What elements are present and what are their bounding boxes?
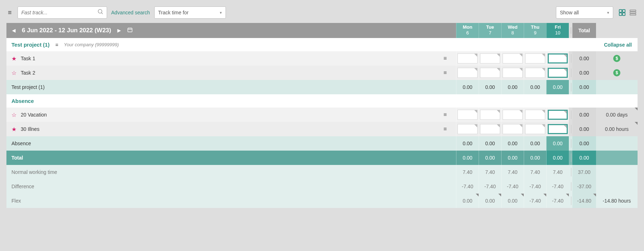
row-total: 37.00 <box>572 165 596 179</box>
day-col-thu[interactable]: Thu9 <box>524 23 546 38</box>
row-menu-icon[interactable]: ≡ <box>444 70 451 76</box>
svg-rect-8 <box>630 14 636 15</box>
day-col-fri[interactable]: Fri10 <box>546 23 569 38</box>
view-toggle <box>618 8 638 17</box>
svg-line-1 <box>101 13 103 14</box>
menu-icon[interactable]: ≡ <box>6 9 13 16</box>
row-total: -14.80 <box>572 194 596 208</box>
time-input[interactable] <box>548 124 568 134</box>
time-input[interactable] <box>503 110 523 120</box>
svg-rect-3 <box>623 10 625 12</box>
next-week-icon[interactable]: ▶ <box>117 28 121 33</box>
star-outline-icon[interactable]: ☆ <box>11 112 16 118</box>
row-total: -37.00 <box>572 179 596 194</box>
cell-value: 7.40 <box>501 165 524 179</box>
cell-value: -7.40 <box>479 179 501 194</box>
row-total: 0.00 <box>572 80 596 94</box>
cell-value: 0.00 <box>501 136 524 151</box>
time-input[interactable] <box>525 68 545 78</box>
project-menu-icon[interactable]: ≡ <box>55 42 58 48</box>
row-menu-icon[interactable]: ≡ <box>444 112 451 118</box>
calendar-icon[interactable] <box>127 27 133 34</box>
show-all-dropdown[interactable]: Show all <box>556 6 613 19</box>
row-unit: -14.80 hours <box>596 194 638 208</box>
time-input[interactable] <box>525 124 545 134</box>
search-input-wrap[interactable] <box>18 6 107 19</box>
cell-value: 0.00 <box>501 80 524 94</box>
time-input[interactable] <box>503 68 523 78</box>
list-view-icon[interactable] <box>628 8 638 17</box>
prev-week-icon[interactable]: ◀ <box>11 28 16 33</box>
star-icon[interactable]: ★ <box>11 55 16 62</box>
time-input[interactable] <box>457 68 478 78</box>
absence-subtotal-row: Absence 0.00 0.00 0.00 0.00 0.00 0.00 <box>6 136 638 151</box>
cell-value: 7.40 <box>546 165 569 179</box>
task-row: ★ Task 1 ≡ 0.00 $ <box>6 51 638 66</box>
cell-value: 7.40 <box>479 165 501 179</box>
time-input[interactable] <box>548 53 568 63</box>
svg-rect-4 <box>619 13 622 15</box>
row-menu-icon[interactable]: ≡ <box>444 55 451 62</box>
time-input[interactable] <box>548 68 568 78</box>
topbar: ≡ Advanced search Track time for Show al… <box>6 6 638 19</box>
day-col-wed[interactable]: Wed8 <box>501 23 524 38</box>
total-label: Total <box>11 155 23 161</box>
date-range-bar: ◀ 6 Jun 2022 - 12 Jun 2022 (W23) ▶ <box>6 23 456 38</box>
time-input[interactable] <box>457 124 478 134</box>
row-menu-icon[interactable]: ≡ <box>444 126 451 132</box>
show-all-label: Show all <box>560 10 579 15</box>
info-label: Normal working time <box>11 169 57 175</box>
svg-rect-5 <box>623 13 625 15</box>
date-range-label: 6 Jun 2022 - 12 Jun 2022 (W23) <box>22 27 111 34</box>
row-unit: 0.00 days <box>596 108 638 122</box>
search-icon[interactable] <box>95 9 107 17</box>
time-input[interactable] <box>525 53 545 63</box>
day-col-mon[interactable]: Mon6 <box>456 23 479 38</box>
absence-row: ☆ 20 Vacation ≡ 0.00 0.00 days <box>6 108 638 122</box>
project-title[interactable]: Test project (1) <box>11 42 49 48</box>
time-input[interactable] <box>548 110 568 120</box>
cell-value: -7.40 <box>456 179 479 194</box>
day-col-tue[interactable]: Tue7 <box>479 23 501 38</box>
collapse-all-link[interactable]: Collapse all <box>604 42 633 48</box>
money-icon[interactable]: $ <box>613 55 620 62</box>
cell-value: 0.00 <box>524 151 546 165</box>
svg-rect-6 <box>630 10 636 11</box>
money-icon[interactable]: $ <box>613 69 620 76</box>
task-label: Task 1 <box>21 56 35 61</box>
end-header <box>596 23 638 38</box>
cell-value: 0.00 <box>524 136 546 151</box>
total-row: Total 0.00 0.00 0.00 0.00 0.00 0.00 <box>6 151 638 165</box>
advanced-search-link[interactable]: Advanced search <box>111 10 150 15</box>
time-input[interactable] <box>480 68 500 78</box>
project-section-header: Test project (1) ≡ Your company (9999999… <box>6 38 638 51</box>
row-total: 0.00 <box>572 136 596 151</box>
grid-view-icon[interactable] <box>618 8 627 17</box>
time-input[interactable] <box>503 124 523 134</box>
cell-value: 0.00 <box>546 151 569 165</box>
cell-value: -7.40 <box>546 179 569 194</box>
cell-value: -7.40 <box>546 194 569 208</box>
time-input[interactable] <box>457 53 478 63</box>
day-columns: Mon6 Tue7 Wed8 Thu9 Fri10 <box>456 23 569 38</box>
star-icon[interactable]: ★ <box>11 126 16 133</box>
absence-title[interactable]: Absence <box>11 98 34 104</box>
time-input[interactable] <box>480 110 500 120</box>
time-input[interactable] <box>525 110 545 120</box>
row-total: 0.00 <box>572 108 596 122</box>
star-outline-icon[interactable]: ☆ <box>11 70 16 76</box>
info-label: Difference <box>11 184 34 189</box>
time-input[interactable] <box>503 53 523 63</box>
time-input[interactable] <box>480 53 500 63</box>
track-time-for-dropdown[interactable]: Track time for <box>154 6 226 19</box>
info-label: Flex <box>11 198 21 204</box>
absence-label: 20 Vacation <box>21 112 47 118</box>
track-time-for-label: Track time for <box>158 10 189 15</box>
search-input[interactable] <box>18 10 95 15</box>
cell-value: 0.00 <box>479 136 501 151</box>
time-input[interactable] <box>457 110 478 120</box>
total-header: Total <box>572 23 596 38</box>
row-total: 0.00 <box>572 151 596 165</box>
project-subtitle: Your company (99999999) <box>64 42 119 47</box>
time-input[interactable] <box>480 124 500 134</box>
